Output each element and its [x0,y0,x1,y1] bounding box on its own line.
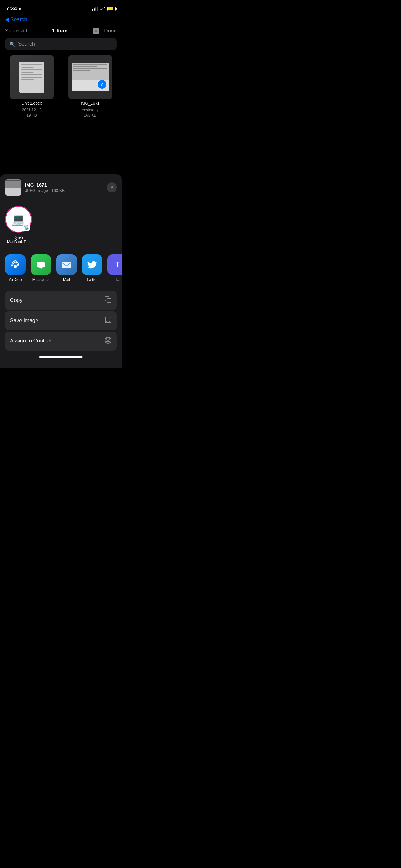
file-name-1: IMG_1671 [80,101,100,105]
share-apps-row: AirDrop Messages Mail [0,249,122,287]
messages-icon [31,254,51,275]
share-app-label-mail: Mail [63,277,70,282]
toolbar: Select All 1 Item Done [0,25,122,36]
status-bar: 7:34 ➤ wifi [0,0,122,15]
share-app-label-partial: T... [115,277,120,282]
airdrop-icon [5,254,26,275]
file-meta-1: Yesterday 163 KB [82,107,98,118]
partial-app-icon: T [107,254,122,275]
nav-bar: ◀ Search [0,15,122,25]
laptop-icon: 💻 [11,213,26,226]
airdrop-device-name: Kyle'sMacBook Pro [7,235,30,244]
file-thumbnail-docx [10,55,54,99]
action-save-image[interactable]: Save Image [5,311,117,330]
share-file-info: IMG_1671 JPEG Image · 163 KB [25,182,103,193]
status-icons: wifi [92,6,115,11]
share-header: IMG_1671 JPEG Image · 163 KB ✕ [0,174,122,201]
toolbar-title: 1 Item [52,28,67,34]
toolbar-right: Done [93,28,117,34]
action-list: Copy Save Image Assign to Contact [0,291,122,351]
battery-icon [107,7,115,11]
back-button[interactable]: ◀ Search [5,16,27,23]
search-bar[interactable]: 🔍 Search [5,38,117,50]
svg-rect-1 [62,262,71,269]
share-app-mail[interactable]: Mail [56,254,77,282]
share-app-partial[interactable]: T T... [107,254,122,282]
back-chevron-icon: ◀ [5,16,9,23]
svg-rect-2 [107,299,111,303]
search-icon: 🔍 [9,41,15,47]
location-icon: ➤ [19,6,22,11]
action-assign-contact[interactable]: Assign to Contact [5,332,117,350]
airdrop-device-icon: 💻 📡 [5,206,32,233]
select-all-button[interactable]: Select All [5,28,27,34]
file-meta-0: 2021-12-12 19 KB [22,107,41,118]
assign-contact-icon [104,337,112,346]
home-indicator [39,356,83,358]
done-button[interactable]: Done [104,28,117,34]
file-item-img[interactable]: ✓ IMG_1671 Yesterday 163 KB [63,55,117,118]
checkmark-icon: ✓ [98,80,106,89]
share-close-button[interactable]: ✕ [107,183,117,192]
search-placeholder: Search [18,41,35,47]
svg-point-4 [107,338,109,340]
grid-view-icon[interactable] [93,28,99,34]
copy-icon [104,296,112,305]
action-assign-contact-label: Assign to Contact [10,338,52,344]
airdrop-signal-icon: 📡 [23,224,30,231]
file-name-0: Unit 1.docx [22,101,42,105]
action-copy-label: Copy [10,297,23,303]
share-file-thumbnail [5,179,21,195]
files-grid: Unit 1.docx 2021-12-12 19 KB ✓ IMG_1671 [0,55,122,118]
wifi-icon: wifi [100,6,106,11]
share-app-airdrop[interactable]: AirDrop [5,254,26,282]
save-image-icon [104,316,112,325]
twitter-icon [82,254,102,275]
svg-point-0 [14,265,17,268]
airdrop-devices-row: 💻 📡 Kyle'sMacBook Pro [0,201,122,249]
share-app-messages[interactable]: Messages [31,254,51,282]
share-app-label-twitter: Twitter [87,277,97,282]
share-sheet: IMG_1671 JPEG Image · 163 KB ✕ 💻 📡 Kyle'… [0,174,122,368]
mail-icon [56,254,77,275]
status-time: 7:34 ➤ [6,6,22,12]
airdrop-device-item[interactable]: 💻 📡 Kyle'sMacBook Pro [5,206,32,244]
back-label: Search [10,17,27,23]
battery-fill [108,7,113,10]
action-save-image-label: Save Image [10,317,38,324]
share-app-twitter[interactable]: Twitter [82,254,102,282]
share-file-name: IMG_1671 [25,182,103,187]
share-app-label-messages: Messages [32,277,49,282]
share-file-type: JPEG Image · 163 KB [25,188,103,193]
share-app-label-airdrop: AirDrop [9,277,22,282]
signal-bars [92,7,98,11]
file-thumbnail-img: ✓ [68,55,112,99]
time-label: 7:34 [6,6,17,12]
file-item-docx[interactable]: Unit 1.docx 2021-12-12 19 KB [5,55,58,118]
action-copy[interactable]: Copy [5,291,117,310]
